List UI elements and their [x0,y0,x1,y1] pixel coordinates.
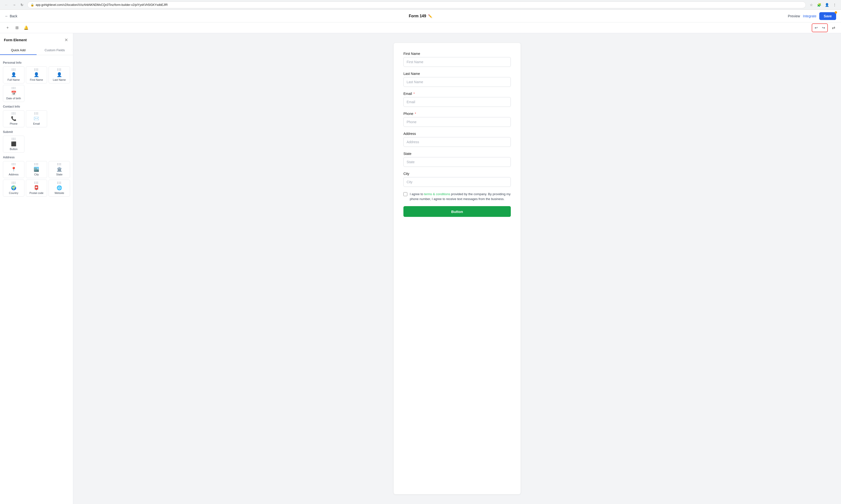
redo-button[interactable]: ↪ [820,24,827,31]
input-last-name[interactable] [404,77,511,87]
element-city[interactable]: 🏙️ City [26,161,47,178]
sidebar-close-button[interactable]: ✕ [63,37,69,43]
terms-text-before: I agree to [410,192,424,196]
layout-btn[interactable]: ⊞ [13,24,20,32]
browser-refresh-btn[interactable]: ↻ [19,1,25,8]
drag-dots [57,163,61,165]
full-name-label: Full Name [7,78,20,81]
last-name-icon: 👤 [57,72,62,77]
notification-btn[interactable]: 🔔 [22,24,30,32]
drag-dots [57,182,61,184]
first-name-label: First Name [30,78,43,81]
drag-dots [12,69,16,71]
field-phone: Phone * [404,112,511,127]
save-badge [835,11,837,14]
tab-custom-fields[interactable]: Custom Fields [37,46,73,55]
field-email: Email * [404,92,511,107]
input-state[interactable] [404,157,511,167]
terms-link[interactable]: terms & conditions [424,192,450,196]
button-label: Button [10,148,18,150]
website-label: Website [54,192,64,194]
form-card: First Name Last Name Email * Phone * [394,43,521,494]
form-canvas: First Name Last Name Email * Phone * [73,33,841,504]
terms-text: I agree to terms & conditions provided b… [410,192,511,201]
form-settings-button[interactable]: ⇄ [830,24,837,32]
submit-button[interactable]: Button [404,206,511,217]
drag-dots [34,163,38,165]
address-label: Address [9,173,19,176]
back-arrow-icon: ← [5,14,8,18]
terms-checkbox[interactable] [404,192,407,196]
date-of-birth-icon: 📅 [11,90,16,96]
element-postal-code[interactable]: 📮 Postal code [26,180,47,197]
browser-profile-btn[interactable]: 👤 [823,1,830,8]
field-first-name: First Name [404,52,511,67]
drag-dots [34,112,38,114]
drag-dots [12,163,16,165]
back-button[interactable]: ← Back [5,14,17,18]
drag-dots [12,112,16,114]
address-icon: 📍 [11,167,16,172]
input-city[interactable] [404,177,511,187]
input-email[interactable] [404,97,511,107]
drag-dots [34,182,38,184]
tab-quick-add[interactable]: Quick Add [0,46,37,55]
personal-info-grid: 👤 Full Name 👤 First Name � [3,66,70,102]
element-first-name[interactable]: 👤 First Name [26,66,47,84]
add-element-btn[interactable]: ＋ [4,24,11,32]
website-icon: 🌐 [57,185,62,191]
city-label: City [34,173,39,176]
form-title-container: Form 149 ✏️ [409,14,432,18]
state-icon: 🏛️ [57,167,62,172]
label-address: Address [404,132,511,136]
edit-icon[interactable]: ✏️ [428,14,432,18]
form-title-text: Form 149 [409,14,426,18]
input-address[interactable] [404,137,511,147]
drag-dots [57,69,61,71]
browser-back-btn[interactable]: ← [3,1,10,8]
element-phone[interactable]: 📞 Phone [3,110,24,127]
topbar-right: Preview Integrate Save [788,12,836,20]
input-first-name[interactable] [404,57,511,67]
input-phone[interactable] [404,117,511,127]
element-country[interactable]: 🌍 Country [3,180,24,197]
sidebar-title: Form Element [4,38,26,42]
browser-extensions-btn[interactable]: 🧩 [816,1,822,8]
element-website[interactable]: 🌐 Website [49,180,70,197]
field-last-name: Last Name [404,72,511,87]
label-phone: Phone * [404,112,511,115]
element-state[interactable]: 🏛️ State [49,161,70,178]
browser-actions: ☆ 🧩 👤 ⋮ [808,1,838,8]
element-date-of-birth[interactable]: 📅 Date of birth [3,85,24,102]
element-full-name[interactable]: 👤 Full Name [3,66,24,84]
phone-icon: 📞 [11,116,16,121]
drag-dots [12,87,16,89]
preview-button[interactable]: Preview [788,14,800,18]
browser-star-btn[interactable]: ☆ [808,1,815,8]
browser-nav-buttons: ← → ↻ [3,1,25,8]
full-name-icon: 👤 [11,72,16,77]
undo-button[interactable]: ↩ [813,24,820,31]
email-icon: ✉️ [34,116,39,121]
toolbar-right: ↩ ↪ ⇄ [812,23,837,32]
city-icon: 🏙️ [34,167,39,172]
label-city: City [404,172,511,176]
sidebar-content: Personal Info 👤 Full Name 👤 [0,55,73,200]
element-address[interactable]: 📍 Address [3,161,24,178]
browser-menu-btn[interactable]: ⋮ [831,1,838,8]
section-personal-info-title: Personal Info [3,61,70,65]
save-button[interactable]: Save [819,12,836,20]
element-button[interactable]: ⬛ Button [3,136,24,153]
submit-grid: ⬛ Button [3,136,70,153]
integrate-button[interactable]: Integrate [803,14,816,18]
browser-forward-btn[interactable]: → [11,1,18,8]
label-email: Email * [404,92,511,96]
label-last-name: Last Name [404,72,511,76]
element-email[interactable]: ✉️ Email [26,110,47,127]
sidebar-tabs: Quick Add Custom Fields [0,46,73,55]
email-label: Email [33,122,40,125]
undo-redo-group: ↩ ↪ [812,23,828,32]
element-last-name[interactable]: 👤 Last Name [49,66,70,84]
sidebar: Form Element ✕ Quick Add Custom Fields P… [0,33,73,504]
field-state: State [404,152,511,167]
